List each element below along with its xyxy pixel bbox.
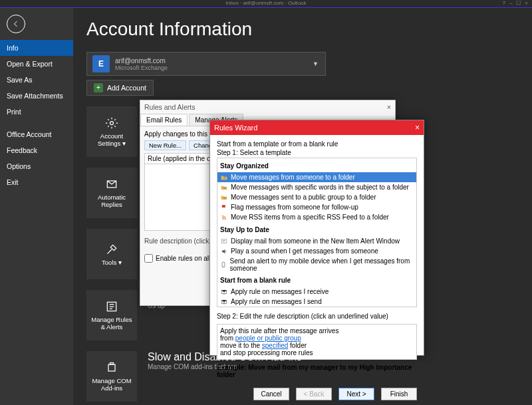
sidebar-item-print[interactable]: Print [0, 104, 73, 120]
rules-wizard-dialog: Rules Wizard × Start from a template or … [209, 120, 424, 356]
titlebar: Inbox · arif@onmsft.com · Outlook ?–☐× [0, 0, 532, 8]
stay-organized-option-1[interactable]: Move messages with specific words in the… [217, 182, 416, 192]
add-account-button[interactable]: + Add Account [86, 80, 154, 96]
sidebar-item-office-account[interactable]: Office Account [0, 126, 73, 142]
rss-icon [220, 213, 228, 221]
sidebar-item-save-attachments[interactable]: Save Attachments [0, 88, 73, 104]
sidebar-item-feedback[interactable]: Feedback [0, 142, 73, 158]
folder-move-icon [220, 184, 228, 192]
mail-out-icon [220, 298, 228, 306]
blank-option-0[interactable]: Apply rule on messages I receive [217, 287, 416, 297]
svg-rect-4 [110, 363, 114, 365]
finish-button[interactable]: Finish [381, 388, 417, 400]
wizard-step2: Step 2: Edit the rule description (click… [217, 313, 417, 320]
blank-option-1[interactable]: Apply rule on messages I send [217, 297, 416, 307]
stay-up-option-2[interactable]: Send an alert to my mobile device when I… [217, 256, 416, 273]
stay-organized-option-2[interactable]: Move messages sent to a public group to … [217, 192, 416, 202]
next-button[interactable]: Next > [338, 388, 374, 400]
exchange-icon: E [92, 55, 110, 72]
section-blank: Start from a blank rule [217, 275, 416, 285]
folder-move-icon [220, 194, 228, 202]
sidebar-item-open-export[interactable]: Open & Export [0, 56, 73, 72]
folder-move-icon [220, 174, 228, 182]
window-title: Inbox · arif@onmsft.com · Outlook [225, 0, 306, 6]
wizard-title: Rules Wizard [214, 124, 257, 132]
svg-point-0 [110, 122, 114, 125]
sidebar-item-options[interactable]: Options [0, 158, 73, 174]
section-stay-organized: Stay Organized [217, 161, 416, 171]
account-provider: Microsoft Exchange [115, 65, 168, 71]
stay-up-option-1[interactable]: Play a sound when I get messages from so… [217, 246, 416, 256]
flag-icon [220, 203, 228, 211]
svg-point-8 [223, 266, 224, 267]
stay-organized-option-4[interactable]: Move RSS items from a specific RSS Feed … [217, 212, 416, 222]
tile-label: Manage Rules & Alerts [89, 316, 134, 331]
stay-organized-option-0[interactable]: Move messages from someone to a folder [217, 172, 416, 182]
sidebar-item-exit[interactable]: Exit [0, 174, 73, 190]
tab-email-rules[interactable]: Email Rules [140, 114, 188, 126]
mobile-icon [220, 261, 227, 269]
backstage-sidebar: Info Open & Export Save As Save Attachme… [0, 8, 73, 405]
stay-organized-option-3[interactable]: Flag messages from someone for follow-up [217, 202, 416, 212]
tile-tools[interactable]: Tools ▾ [86, 229, 137, 279]
close-icon[interactable]: × [387, 103, 391, 111]
section-stay-up: Stay Up to Date [217, 225, 416, 235]
back-arrow-icon [12, 20, 20, 28]
folder-link[interactable]: specified [262, 342, 288, 349]
svg-rect-3 [108, 364, 115, 371]
back-button: < Back [296, 388, 332, 400]
tile-label: Automatic Replies [89, 194, 134, 208]
reply-icon [105, 178, 118, 191]
account-selector[interactable]: E arif@onmsft.com Microsoft Exchange ▼ [86, 52, 326, 76]
addin-icon [105, 361, 118, 374]
caret-down-icon: ▼ [306, 61, 325, 67]
wizard-intro: Start from a template or from a blank ru… [217, 140, 417, 148]
rule-description-box: Apply this rule after the message arrive… [217, 324, 417, 360]
plus-icon: + [94, 83, 103, 92]
cancel-button[interactable]: Cancel [253, 388, 289, 400]
back-button[interactable] [7, 15, 25, 33]
tile-account-settings[interactable]: Account Settings ▾ [86, 106, 137, 157]
wizard-close-button[interactable]: × [415, 123, 420, 132]
enable-rules-checkbox[interactable] [144, 254, 153, 263]
sound-icon [220, 247, 228, 255]
dialog-title: Rules and Alerts [144, 103, 195, 111]
page-title: Account Information [86, 19, 519, 40]
wizard-step1: Step 1: Select a template [217, 149, 417, 156]
add-account-label: Add Account [107, 84, 146, 92]
tile-com-addins[interactable]: Manage COM Add-ins [86, 351, 137, 402]
new-rule-button[interactable]: New Rule... [144, 140, 186, 150]
rules-icon [105, 300, 118, 313]
sidebar-item-info[interactable]: Info [0, 40, 73, 56]
tile-label: Manage COM Add-ins [89, 377, 134, 392]
tile-manage-rules[interactable]: Manage Rules & Alerts [86, 290, 137, 340]
gear-icon [105, 116, 118, 130]
alert-icon [220, 237, 228, 245]
sidebar-item-save-as[interactable]: Save As [0, 72, 73, 88]
tile-automatic-replies[interactable]: Automatic Replies [86, 168, 137, 218]
tools-icon [105, 243, 118, 256]
tile-label: Account Settings ▾ [89, 132, 134, 147]
people-link[interactable]: people or public group [235, 335, 301, 342]
account-email: arif@onmsft.com [115, 57, 168, 65]
template-list: Stay Organized Move messages from someon… [217, 158, 417, 307]
mail-in-icon [220, 288, 228, 296]
wizard-example: Example: Move mail from my manager to my… [217, 364, 417, 378]
window-controls: ?–☐× [502, 0, 528, 6]
stay-up-option-0[interactable]: Display mail from someone in the New Ite… [217, 236, 416, 246]
tile-label: Tools ▾ [102, 259, 122, 266]
